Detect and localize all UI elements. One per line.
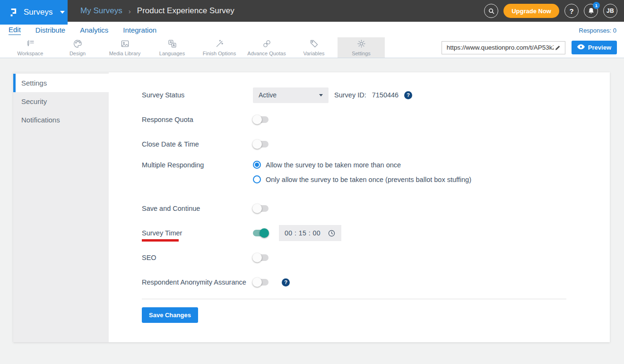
save-changes-button[interactable]: Save Changes bbox=[142, 307, 198, 323]
respondent-anonymity-label: Respondent Anonymity Assurance bbox=[142, 278, 253, 286]
breadcrumb: My Surveys › Product Experience Survey bbox=[80, 6, 234, 16]
edit-url-icon[interactable] bbox=[555, 44, 561, 51]
survey-timer-toggle[interactable] bbox=[253, 230, 269, 236]
sidebar-item-settings[interactable]: Settings bbox=[13, 74, 109, 92]
toggle-knob bbox=[252, 139, 262, 149]
breadcrumb-my-surveys[interactable]: My Surveys bbox=[80, 6, 122, 16]
notification-badge: 1 bbox=[593, 2, 600, 9]
settings-content: Survey Status Active Survey ID: 7150446 … bbox=[109, 72, 610, 342]
advance-quotas-icon bbox=[262, 39, 272, 50]
radio-option-label: Allow the survey to be taken more than o… bbox=[266, 161, 401, 169]
toolbar-item-advance-quotas[interactable]: Advance Quotas bbox=[243, 37, 290, 58]
survey-timer-time-field[interactable]: 00 : 15 : 00 bbox=[279, 225, 341, 241]
settings-card: Settings Security Notifications Survey S… bbox=[13, 72, 610, 342]
multiple-responding-options: Allow the survey to be taken more than o… bbox=[253, 161, 471, 183]
languages-icon bbox=[167, 39, 177, 50]
preview-eye-icon bbox=[577, 44, 585, 51]
save-and-continue-toggle[interactable] bbox=[253, 205, 269, 212]
top-bar-actions: Upgrade Now ? 1 JB bbox=[484, 4, 624, 18]
toolbar-item-label: Finish Options bbox=[203, 51, 236, 56]
response-quota-toggle[interactable] bbox=[253, 116, 269, 123]
respondent-anonymity-toggle[interactable] bbox=[253, 279, 269, 286]
toolbar-item-design[interactable]: Design bbox=[54, 37, 101, 58]
chevron-down-icon bbox=[319, 94, 323, 96]
toolbar-item-label: Design bbox=[69, 51, 86, 56]
toolbar-item-label: Variables bbox=[303, 51, 324, 56]
toolbar-item-label: Media Library bbox=[109, 51, 141, 56]
sidebar-item-security[interactable]: Security bbox=[13, 92, 109, 111]
survey-status-label: Survey Status bbox=[142, 91, 253, 99]
seo-toggle[interactable] bbox=[253, 254, 269, 261]
survey-status-value: Active bbox=[259, 91, 277, 99]
survey-id-label: Survey ID: bbox=[334, 91, 366, 99]
toggle-knob bbox=[260, 228, 269, 238]
tab-edit[interactable]: Edit bbox=[9, 26, 21, 35]
close-date-time-row: Close Date & Time bbox=[142, 132, 591, 156]
toolbar-item-label: Workspace bbox=[17, 51, 43, 56]
preview-button[interactable]: Preview bbox=[572, 41, 617, 54]
survey-id-help-icon[interactable]: ? bbox=[404, 91, 412, 99]
radio-option-label: Only allow the survey to be taken once (… bbox=[266, 176, 471, 183]
toggle-knob bbox=[252, 277, 262, 287]
toolbar-item-media-library[interactable]: Media Library bbox=[101, 37, 148, 58]
help-button[interactable]: ? bbox=[564, 4, 579, 18]
seo-label: SEO bbox=[142, 253, 253, 262]
toolbar-item-languages[interactable]: Languages bbox=[148, 37, 196, 58]
tab-distribute[interactable]: Distribute bbox=[35, 26, 65, 35]
clock-icon bbox=[328, 229, 336, 237]
respondent-anonymity-row: Respondent Anonymity Assurance ? bbox=[142, 270, 591, 295]
breadcrumb-chevron-icon: › bbox=[129, 7, 131, 15]
toolbar-item-settings[interactable]: Settings bbox=[338, 37, 385, 58]
close-date-time-label: Close Date & Time bbox=[142, 140, 253, 148]
toolbar-item-variables[interactable]: Variables bbox=[290, 37, 338, 58]
upgrade-now-button[interactable]: Upgrade Now bbox=[503, 4, 559, 18]
variables-icon bbox=[309, 39, 319, 50]
media-library-icon bbox=[120, 39, 130, 50]
toolbar-item-workspace[interactable]: Workspace bbox=[7, 37, 54, 58]
survey-timer-label: Survey Timer bbox=[142, 229, 182, 237]
toolbar-item-label: Advance Quotas bbox=[247, 51, 286, 56]
notifications-button[interactable]: 1 bbox=[584, 4, 598, 18]
product-switcher[interactable]: Surveys bbox=[0, 0, 68, 25]
survey-url-box bbox=[442, 41, 565, 54]
tab-analytics[interactable]: Analytics bbox=[80, 26, 108, 35]
radio-unselected-icon bbox=[253, 175, 261, 183]
search-button[interactable] bbox=[484, 4, 498, 18]
multiple-responding-row: Multiple Responding Allow the survey to … bbox=[142, 156, 591, 196]
save-and-continue-row: Save and Continue bbox=[142, 196, 591, 221]
design-icon bbox=[73, 39, 83, 50]
survey-url-input[interactable] bbox=[446, 43, 555, 52]
toolbar-item-finish-options[interactable]: Finish Options bbox=[196, 37, 243, 58]
close-date-time-toggle[interactable] bbox=[253, 141, 269, 147]
toolbar-item-label: Settings bbox=[352, 51, 371, 56]
responses-count[interactable]: Responses: 0 bbox=[579, 27, 617, 34]
radio-only-once[interactable]: Only allow the survey to be taken once (… bbox=[253, 175, 471, 183]
caret-down-icon bbox=[60, 11, 65, 14]
search-icon bbox=[488, 8, 495, 15]
bell-icon bbox=[588, 7, 595, 15]
radio-selected-icon bbox=[253, 161, 261, 169]
avatar-initials: JB bbox=[607, 8, 614, 14]
toolbar-right: Preview bbox=[442, 37, 624, 58]
tab-integration[interactable]: Integration bbox=[123, 26, 156, 35]
survey-timer-row: Survey Timer 00 : 15 : 00 bbox=[142, 221, 591, 245]
toggle-knob bbox=[252, 253, 262, 262]
settings-icon bbox=[356, 39, 366, 50]
questionpro-logo-icon bbox=[7, 6, 19, 18]
multiple-responding-label: Multiple Responding bbox=[142, 161, 253, 169]
user-avatar[interactable]: JB bbox=[603, 4, 617, 18]
top-bar: Surveys My Surveys › Product Experience … bbox=[0, 0, 624, 22]
form-divider bbox=[142, 299, 566, 299]
finish-options-icon bbox=[215, 39, 225, 50]
radio-allow-multiple[interactable]: Allow the survey to be taken more than o… bbox=[253, 161, 471, 169]
preview-label: Preview bbox=[588, 44, 611, 51]
breadcrumb-survey-title: Product Experience Survey bbox=[137, 6, 234, 16]
sidebar-item-notifications[interactable]: Notifications bbox=[13, 111, 109, 129]
respondent-anonymity-help-icon[interactable]: ? bbox=[282, 278, 290, 286]
survey-status-select[interactable]: Active bbox=[253, 87, 329, 103]
help-icon: ? bbox=[569, 7, 573, 15]
seo-row: SEO bbox=[142, 245, 591, 270]
toolbar-item-label: Languages bbox=[159, 51, 185, 56]
survey-timer-value: 00 : 15 : 00 bbox=[285, 229, 321, 237]
save-and-continue-label: Save and Continue bbox=[142, 204, 253, 213]
